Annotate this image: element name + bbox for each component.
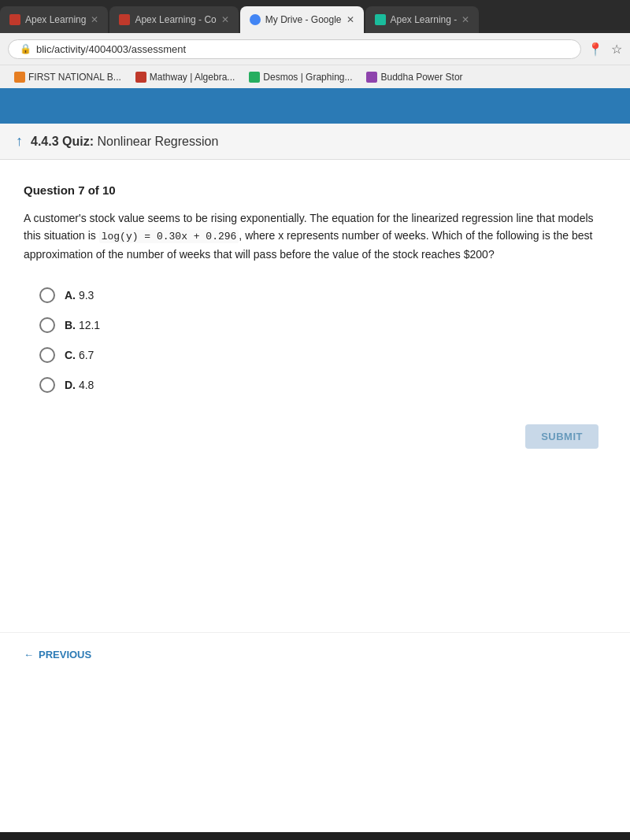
radio-a[interactable]: [39, 287, 55, 303]
location-icon[interactable]: 📍: [587, 42, 603, 57]
lock-icon: 🔒: [20, 43, 32, 54]
previous-label: PREVIOUS: [39, 649, 91, 661]
bookmark-label-1: FIRST NATIONAL B...: [28, 72, 121, 83]
bookmark-star-icon[interactable]: ☆: [611, 42, 622, 57]
browser-chrome: Apex Learning ✕ Apex Learning - Co ✕ My …: [0, 0, 630, 88]
question-text: A customer's stock value seems to be ris…: [24, 209, 606, 264]
bookmark-desmos[interactable]: Desmos | Graphing...: [243, 69, 358, 85]
bottom-nav: ← PREVIOUS: [0, 632, 630, 676]
previous-button[interactable]: ← PREVIOUS: [24, 649, 91, 661]
choices-container: A. 9.3 B. 12.1 C. 6.7 D. 4.8: [24, 287, 606, 393]
address-text: blic/activity/4004003/assessment: [36, 43, 186, 55]
tab-apex-learning-2[interactable]: Apex Learning - Co ✕: [109, 6, 238, 33]
choice-c-label: C. 6.7: [65, 349, 94, 361]
choice-a-label: A. 9.3: [65, 289, 94, 302]
bookmark-icon-2: [135, 72, 146, 83]
submit-button[interactable]: SUBMIT: [525, 424, 598, 449]
choice-d-letter: D.: [65, 379, 76, 391]
tab-favicon-4: [375, 14, 386, 25]
choice-a-value: 9.3: [79, 289, 94, 302]
bookmark-icon-4: [366, 72, 377, 83]
tab-close-4[interactable]: ✕: [461, 14, 469, 25]
bookmark-label-2: Mathway | Algebra...: [150, 72, 235, 83]
quiz-title-prefix: 4.4.3 Quiz:: [31, 135, 97, 148]
address-bar-row: 🔒 blic/activity/4004003/assessment 📍 ☆: [0, 33, 630, 65]
tab-label-2: Apex Learning - Co: [135, 14, 216, 25]
tab-close-1[interactable]: ✕: [91, 14, 98, 25]
bookmark-mathway[interactable]: Mathway | Algebra...: [129, 69, 242, 85]
tab-favicon-2: [119, 14, 130, 25]
question-number: Question 7 of 10: [24, 183, 606, 197]
choice-c-value: 6.7: [79, 349, 94, 361]
choice-b-value: 12.1: [79, 319, 100, 331]
prev-arrow-icon: ←: [24, 649, 34, 661]
choice-c[interactable]: C. 6.7: [39, 347, 606, 363]
tab-label-1: Apex Learning: [25, 14, 86, 25]
browser-actions: 📍 ☆: [587, 42, 622, 57]
radio-d[interactable]: [39, 377, 55, 393]
tab-apex-learning-1[interactable]: Apex Learning ✕: [0, 6, 108, 33]
breadcrumb-icon: ↑: [16, 133, 23, 150]
choice-d-label: D. 4.8: [65, 379, 94, 391]
choice-b[interactable]: B. 12.1: [39, 317, 606, 333]
tab-label-4: Apex Learning -: [391, 14, 458, 25]
tab-close-2[interactable]: ✕: [221, 14, 229, 25]
tab-favicon-3: [250, 14, 261, 25]
tab-label-3: My Drive - Google: [265, 14, 342, 25]
quiz-title-text: Nonlinear Regression: [97, 135, 218, 148]
choice-b-letter: B.: [65, 319, 76, 331]
radio-b[interactable]: [39, 317, 55, 333]
tab-apex-learning-4[interactable]: Apex Learning - ✕: [365, 6, 480, 33]
tab-close-3[interactable]: ✕: [346, 14, 354, 25]
bookmark-first-national[interactable]: FIRST NATIONAL B...: [8, 69, 128, 85]
choice-a[interactable]: A. 9.3: [39, 287, 606, 303]
tab-favicon-1: [9, 14, 20, 25]
tab-bar: Apex Learning ✕ Apex Learning - Co ✕ My …: [0, 0, 630, 33]
equation: log(y) = 0.30x + 0.296: [99, 230, 239, 243]
tab-my-drive[interactable]: My Drive - Google ✕: [240, 6, 364, 33]
bookmark-icon-3: [249, 72, 260, 83]
page-header-band: [0, 88, 630, 124]
choice-a-letter: A.: [65, 289, 76, 302]
main-content: Question 7 of 10 A customer's stock valu…: [0, 160, 630, 632]
bookmark-buddha[interactable]: Buddha Power Stor: [360, 69, 469, 85]
bookmarks-bar: FIRST NATIONAL B... Mathway | Algebra...…: [0, 65, 630, 88]
address-bar[interactable]: 🔒 blic/activity/4004003/assessment: [8, 39, 581, 59]
choice-b-label: B. 12.1: [65, 319, 100, 331]
choice-d[interactable]: D. 4.8: [39, 377, 606, 393]
quiz-title: 4.4.3 Quiz: Nonlinear Regression: [31, 135, 218, 149]
choice-d-value: 4.8: [79, 379, 94, 391]
choice-c-letter: C.: [65, 349, 76, 361]
bookmark-icon-1: [14, 72, 25, 83]
bookmark-label-3: Desmos | Graphing...: [263, 72, 352, 83]
radio-c[interactable]: [39, 347, 55, 363]
quiz-header: ↑ 4.4.3 Quiz: Nonlinear Regression: [0, 124, 630, 160]
page-wrapper: ↑ 4.4.3 Quiz: Nonlinear Regression Quest…: [0, 124, 630, 832]
bookmark-label-4: Buddha Power Stor: [380, 72, 462, 83]
